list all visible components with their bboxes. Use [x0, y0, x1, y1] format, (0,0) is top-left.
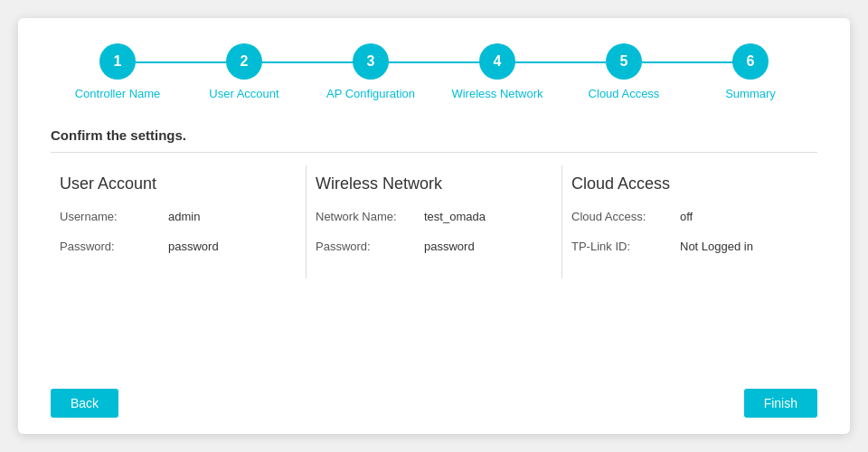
step-label-1: Controller Name	[75, 87, 161, 100]
password-value-wn: password	[424, 240, 475, 253]
main-content: Confirm the settings. User Account Usern…	[18, 109, 850, 378]
step-circle-5: 5	[606, 43, 642, 80]
step-1: 1 Controller Name	[54, 43, 181, 100]
step-label-4: Wireless Network	[451, 87, 542, 100]
step-5: 5 Cloud Access	[561, 43, 687, 100]
step-label-3: AP Configuration	[326, 87, 415, 100]
password-row-ua: Password: password	[60, 240, 284, 253]
wireless-network-panel: Wireless Network Network Name: test_omad…	[307, 165, 562, 278]
step-circle-3: 3	[353, 43, 389, 80]
step-6: 6 Summary	[687, 43, 814, 100]
step-circle-6: 6	[732, 43, 769, 80]
password-row-wn: Password: password	[316, 240, 540, 253]
summary-panels: User Account Username: admin Password: p…	[51, 165, 817, 278]
cloud-access-panel: Cloud Access Cloud Access: off TP-Link I…	[562, 165, 817, 278]
username-label: Username:	[60, 210, 159, 223]
finish-button[interactable]: Finish	[744, 389, 817, 418]
step-2: 2 User Account	[181, 43, 307, 100]
user-account-panel: User Account Username: admin Password: p…	[51, 165, 307, 278]
step-4: 4 Wireless Network	[434, 43, 561, 100]
network-name-value: test_omada	[424, 210, 486, 223]
password-label-ua: Password:	[60, 240, 159, 253]
step-circle-2: 2	[226, 43, 262, 80]
stepper: 1 Controller Name 2 User Account 3 AP Co…	[18, 18, 850, 109]
footer: Back Finish	[18, 378, 850, 434]
network-name-row: Network Name: test_omada	[316, 210, 540, 223]
tplink-id-label: TP-Link ID:	[571, 240, 671, 253]
tplink-id-row: TP-Link ID: Not Logged in	[571, 240, 796, 253]
username-value: admin	[168, 210, 200, 223]
step-label-6: Summary	[725, 87, 776, 100]
cloud-access-value: off	[680, 210, 693, 223]
wireless-network-title: Wireless Network	[316, 174, 540, 193]
confirm-title: Confirm the settings.	[51, 127, 817, 153]
step-3: 3 AP Configuration	[307, 43, 434, 100]
cloud-access-row: Cloud Access: off	[571, 210, 796, 223]
step-label-5: Cloud Access	[589, 87, 660, 100]
wizard-window: 1 Controller Name 2 User Account 3 AP Co…	[18, 18, 850, 434]
user-account-title: User Account	[60, 174, 284, 193]
password-label-wn: Password:	[316, 240, 415, 253]
cloud-access-label: Cloud Access:	[571, 210, 671, 223]
password-value-ua: password	[168, 240, 219, 253]
step-circle-1: 1	[99, 43, 136, 80]
cloud-access-title: Cloud Access	[571, 174, 796, 193]
network-name-label: Network Name:	[316, 210, 415, 223]
tplink-id-value: Not Logged in	[680, 240, 753, 253]
step-label-2: User Account	[209, 87, 278, 100]
step-circle-4: 4	[479, 43, 515, 80]
back-button[interactable]: Back	[51, 389, 118, 418]
username-row: Username: admin	[60, 210, 284, 223]
